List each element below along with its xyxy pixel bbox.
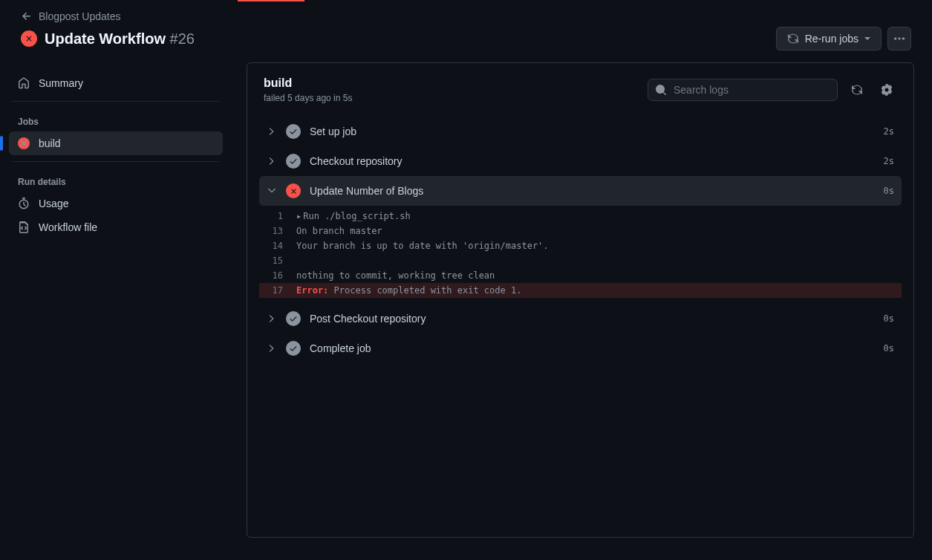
log-line-text: nothing to commit, working tree clean [296, 268, 495, 283]
steps-list: Set up job2sCheckout repository2sUpdate … [247, 114, 913, 537]
sync-icon [787, 33, 799, 45]
sidebar-jobs-heading: Jobs [9, 108, 223, 131]
log-line[interactable]: 16nothing to commit, working tree clean [259, 268, 902, 283]
log-line-number: 17 [267, 283, 296, 298]
step-duration: 0s [884, 313, 894, 324]
job-status-line: failed 5 days ago in 5s [264, 93, 352, 103]
step-duration: 2s [884, 126, 894, 137]
chevron-right-icon [267, 315, 277, 322]
sidebar-item-build[interactable]: build [9, 131, 223, 155]
sidebar-job-label: build [39, 137, 61, 149]
log-line-number: 1 [267, 209, 296, 224]
step-row[interactable]: Set up job2s [259, 117, 902, 146]
log-settings-button[interactable] [876, 79, 897, 100]
log-line-text: On branch master [296, 224, 382, 238]
breadcrumb-back-label: Blogpost Updates [39, 10, 121, 22]
chevron-right-icon [267, 157, 277, 165]
arrow-left-icon [21, 10, 33, 22]
step-name: Complete job [310, 342, 875, 354]
log-line[interactable]: 1▸Run ./blog_script.sh [259, 209, 902, 224]
sidebar-item-workflow-file[interactable]: Workflow file [9, 215, 223, 239]
kebab-icon [893, 33, 905, 45]
log-line-number: 16 [267, 268, 296, 283]
rerun-jobs-label: Re-run jobs [805, 33, 858, 45]
status-failed-icon [18, 137, 30, 149]
run-number: #26 [170, 30, 195, 47]
log-line-text: Your branch is up to date with 'origin/m… [296, 238, 549, 253]
log-line[interactable]: 14Your branch is up to date with 'origin… [259, 238, 902, 253]
caret-down-icon [864, 37, 870, 40]
step-name: Set up job [310, 126, 875, 137]
refresh-logs-button[interactable] [847, 79, 867, 100]
gear-icon [881, 84, 893, 96]
log-line-text: ▸Run ./blog_script.sh [296, 209, 411, 224]
svg-point-2 [902, 38, 905, 40]
job-panel: build failed 5 days ago in 5s S [247, 62, 914, 538]
log-line[interactable]: 17Error: Process completed with exit cod… [259, 283, 902, 298]
home-icon [18, 77, 30, 89]
status-success-icon [286, 124, 301, 139]
sidebar-details-heading: Run details [9, 168, 223, 192]
sidebar-workflow-file-label: Workflow file [39, 221, 97, 233]
step-row[interactable]: Complete job0s [259, 333, 902, 363]
log-line[interactable]: 13On branch master [259, 224, 902, 238]
breadcrumb[interactable]: Blogpost Updates [21, 10, 911, 22]
log-output: 1▸Run ./blog_script.sh13On branch master… [259, 209, 902, 298]
step-duration: 2s [884, 156, 894, 166]
step-duration: 0s [884, 186, 894, 196]
svg-point-0 [895, 38, 897, 40]
step-duration: 0s [884, 343, 894, 354]
divider [12, 161, 220, 162]
step-name: Checkout repository [310, 155, 875, 167]
log-line[interactable]: 15 [259, 253, 902, 268]
status-success-icon [286, 154, 301, 169]
search-icon [655, 84, 667, 96]
step-name: Post Checkout repository [310, 313, 875, 325]
file-code-icon [18, 221, 30, 233]
status-success-icon [286, 341, 301, 356]
sync-icon [851, 84, 863, 96]
divider [12, 101, 220, 102]
status-failed-icon [21, 30, 37, 47]
step-row[interactable]: Update Number of Blogs0s [259, 176, 902, 206]
rerun-jobs-button[interactable]: Re-run jobs [776, 27, 882, 51]
stopwatch-icon [18, 198, 30, 209]
chevron-down-icon [267, 187, 277, 195]
log-line-number: 15 [267, 253, 296, 268]
step-row[interactable]: Checkout repository2s [259, 146, 902, 176]
sidebar-summary-label: Summary [39, 77, 83, 89]
chevron-right-icon [267, 345, 277, 352]
sidebar-item-summary[interactable]: Summary [9, 71, 223, 95]
sidebar: Summary Jobs build Run details Usage Wor… [0, 62, 232, 556]
step-name: Update Number of Blogs [310, 185, 875, 197]
log-line-text: Error: Process completed with exit code … [296, 283, 521, 298]
log-line-number: 14 [267, 238, 296, 253]
step-row[interactable]: Post Checkout repository0s [259, 304, 902, 333]
status-success-icon [286, 311, 301, 326]
job-title: build [264, 76, 352, 90]
search-logs-input[interactable] [648, 79, 838, 101]
sidebar-usage-label: Usage [39, 198, 68, 209]
log-line-number: 13 [267, 224, 296, 238]
svg-point-1 [899, 38, 901, 40]
chevron-right-icon [267, 128, 277, 135]
more-actions-button[interactable] [887, 27, 911, 51]
workflow-name: Update Workflow [45, 30, 166, 47]
status-failed-icon [286, 183, 301, 198]
sidebar-item-usage[interactable]: Usage [9, 192, 223, 215]
page-title: Update Workflow #26 [45, 30, 195, 48]
